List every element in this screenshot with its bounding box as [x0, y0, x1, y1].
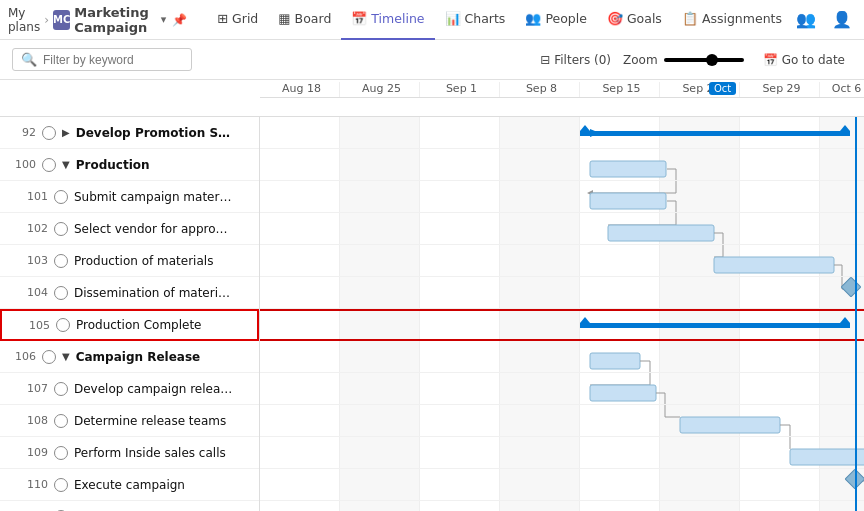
- task-row: 111 Campaign Release Complete: [0, 501, 259, 511]
- goals-icon: 🎯: [607, 11, 623, 26]
- task-circle[interactable]: [42, 126, 56, 140]
- task-column-header: [0, 80, 260, 116]
- task-row: 108 Determine release teams: [0, 405, 259, 437]
- task-row: 110 Execute campaign: [0, 469, 259, 501]
- gantt-row: [260, 405, 864, 437]
- navigation-tabs: ⊞ Grid ▦ Board 📅 Timeline 📊 Charts 👥 Peo…: [207, 0, 792, 40]
- task-circle[interactable]: [56, 318, 70, 332]
- task-row: 101 Submit campaign material for broadca…: [0, 181, 259, 213]
- my-plans-link[interactable]: My plans: [8, 6, 40, 34]
- calendar-icon: 📅: [763, 53, 778, 67]
- breadcrumb-sep: ›: [44, 13, 49, 27]
- task-circle[interactable]: [42, 158, 56, 172]
- task-row-highlighted: 105 Production Complete: [0, 309, 259, 341]
- grid-icon: ⊞: [217, 11, 228, 26]
- date-aug25: Aug 25: [340, 82, 420, 97]
- dates-header: Oct Aug 18 Aug 25 Sep 1 Sep 8 Sep 15 Sep…: [260, 80, 864, 116]
- search-input[interactable]: [43, 53, 183, 67]
- breadcrumb: My plans › MC Marketing Campaign ▾ 📌: [8, 5, 187, 35]
- today-line: [855, 117, 857, 511]
- date-sep1: Sep 1: [420, 82, 500, 97]
- today-month-badge: Oct: [709, 82, 736, 95]
- tab-assignments[interactable]: 📋 Assignments: [672, 0, 792, 40]
- task-circle[interactable]: [54, 222, 68, 236]
- gantt-row: [260, 277, 864, 309]
- board-icon: ▦: [278, 11, 290, 26]
- gantt-chart: [260, 117, 864, 511]
- gantt-body: 92 ▶ Develop Promotion Strategy 100 ▼ Pr…: [0, 117, 864, 511]
- task-circle[interactable]: [42, 350, 56, 364]
- task-circle[interactable]: [54, 478, 68, 492]
- project-name: Marketing Campaign: [74, 5, 156, 35]
- tab-grid[interactable]: ⊞ Grid: [207, 0, 268, 40]
- gantt-row: [260, 181, 864, 213]
- zoom-control: Zoom: [623, 53, 744, 67]
- gantt-row: [260, 373, 864, 405]
- toolbar: 🔍 ⊟ Filters (0) Zoom 📅 Go to date: [0, 40, 864, 80]
- task-row: 100 ▼ Production: [0, 149, 259, 181]
- nav-right-icons: 👥 👤: [792, 6, 856, 34]
- search-box[interactable]: 🔍: [12, 48, 192, 71]
- date-months-row: Aug 18 Aug 25 Sep 1 Sep 8 Sep 15 Sep 22 …: [260, 80, 864, 98]
- gantt-row: [260, 469, 864, 501]
- task-circle[interactable]: [54, 414, 68, 428]
- task-row: 106 ▼ Campaign Release: [0, 341, 259, 373]
- gantt-row: [260, 213, 864, 245]
- task-circle[interactable]: [54, 286, 68, 300]
- task-circle[interactable]: [54, 382, 68, 396]
- assignments-icon: 📋: [682, 11, 698, 26]
- gantt-row: [260, 501, 864, 511]
- gantt-row: [260, 341, 864, 373]
- date-sep29: Sep 29: [740, 82, 820, 97]
- gantt-row: [260, 149, 864, 181]
- tab-people[interactable]: 👥 People: [515, 0, 597, 40]
- timeline-header: Oct Aug 18 Aug 25 Sep 1 Sep 8 Sep 15 Sep…: [0, 80, 864, 117]
- gantt-row: [260, 245, 864, 277]
- task-list: 92 ▶ Develop Promotion Strategy 100 ▼ Pr…: [0, 117, 260, 511]
- filter-icon: ⊟: [540, 53, 550, 67]
- gantt-row: [260, 437, 864, 469]
- task-row: 102 Select vendor for appropriate produc…: [0, 213, 259, 245]
- tab-charts[interactable]: 📊 Charts: [435, 0, 516, 40]
- task-circle[interactable]: [54, 190, 68, 204]
- timeline-icon: 📅: [351, 11, 367, 26]
- goto-date-button[interactable]: 📅 Go to date: [756, 50, 852, 70]
- charts-icon: 📊: [445, 11, 461, 26]
- people-icon-btn[interactable]: 👥: [792, 6, 820, 34]
- task-circle[interactable]: [54, 446, 68, 460]
- task-row: 103 Production of materials: [0, 245, 259, 277]
- date-sep8: Sep 8: [500, 82, 580, 97]
- search-icon: 🔍: [21, 52, 37, 67]
- tab-board[interactable]: ▦ Board: [268, 0, 341, 40]
- chevron-down-icon[interactable]: ▾: [161, 13, 167, 26]
- date-sep15: Sep 15: [580, 82, 660, 97]
- task-circle[interactable]: [54, 254, 68, 268]
- tab-goals[interactable]: 🎯 Goals: [597, 0, 672, 40]
- people-icon: 👥: [525, 11, 541, 26]
- top-navigation: My plans › MC Marketing Campaign ▾ 📌 ⊞ G…: [0, 0, 864, 40]
- task-row: 104 Dissemination of materials: [0, 277, 259, 309]
- filter-button[interactable]: ⊟ Filters (0): [540, 53, 611, 67]
- timeline-area: Oct Aug 18 Aug 25 Sep 1 Sep 8 Sep 15 Sep…: [0, 80, 864, 511]
- pin-icon[interactable]: 📌: [172, 13, 187, 27]
- task-row: 109 Perform Inside sales calls: [0, 437, 259, 469]
- toolbar-right: ⊟ Filters (0) Zoom 📅 Go to date: [540, 50, 852, 70]
- project-icon: MC: [53, 10, 70, 30]
- gantt-row-highlighted: [260, 309, 864, 341]
- date-aug18: Aug 18: [260, 82, 340, 97]
- task-row: 92 ▶ Develop Promotion Strategy: [0, 117, 259, 149]
- profile-icon-btn[interactable]: 👤: [828, 6, 856, 34]
- zoom-slider[interactable]: [664, 58, 744, 62]
- date-oct6: Oct 6: [820, 82, 864, 97]
- gantt-row: [260, 117, 864, 149]
- task-row: 107 Develop campaign release schedules: [0, 373, 259, 405]
- tab-timeline[interactable]: 📅 Timeline: [341, 0, 434, 40]
- zoom-slider-thumb: [706, 54, 718, 66]
